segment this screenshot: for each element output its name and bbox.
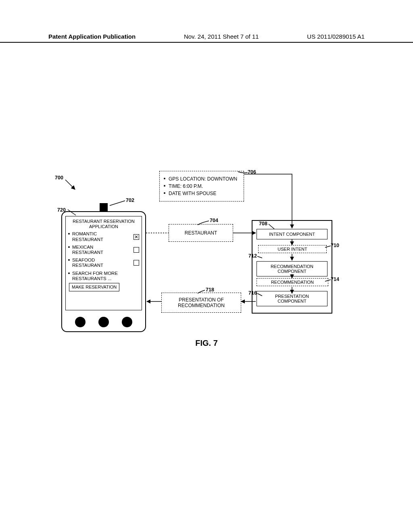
app-title-line2: APPLICATION [89,224,118,229]
pres-rec-line1: PRESENTATION OF [179,297,224,303]
header-divider [0,42,413,43]
user-intent-box: USER INTENT [258,245,327,253]
search-line2: RESTAURANTS ... [72,276,112,281]
phone-button-1[interactable] [75,317,86,327]
ref-714: 714 [331,276,339,282]
option-label: MEXICAN RESTAURANT [72,245,103,255]
ref-706: 706 [248,169,256,175]
recommendation-label: RECOMMENDATION [271,280,314,285]
bullet-icon [164,185,165,187]
header-date-sheet: Nov. 24, 2011 Sheet 7 of 11 [184,33,259,40]
ref-712: 712 [248,253,257,259]
svg-line-0 [65,180,75,189]
figure-caption: FIG. 7 [0,339,413,348]
option-label: SEAFOOD RESTAURANT [72,258,103,268]
option-seafood[interactable]: SEAFOOD RESTAURANT [68,258,139,268]
ref-704: 704 [210,218,218,223]
presentation-component: PRESENTATION COMPONENT [257,291,327,306]
search-line1: SEARCH FOR MORE [72,271,118,276]
pres-comp-line2: COMPONENT [277,299,307,303]
device-phone: RESTAURANT RESERVATION APPLICATION ROMAN… [61,211,146,332]
presentation-of-rec-box: PRESENTATION OF RECOMMENDATION [161,293,241,313]
checkbox-mexican[interactable] [133,247,139,253]
phone-speaker [100,203,108,212]
bullet-icon [68,272,70,274]
recommendation-data-box: RECOMMENDATION [257,278,328,286]
ref-718: 718 [206,287,214,293]
intent-component: INTENT COMPONENT [257,229,327,239]
bullet-icon [164,178,165,179]
app-title-line1: RESTAURANT RESERVATION [73,219,135,224]
checkbox-romantic[interactable]: ✕ [133,234,139,240]
ref-720: 720 [57,207,66,213]
rec-comp-line1: RECOMMENDATION [271,264,313,269]
option-label: ROMANTIC RESTAURANT [72,231,103,242]
bullet-icon [68,259,70,261]
option-romantic[interactable]: ROMANTIC RESTAURANT ✕ [68,231,139,242]
pres-rec-line2: RECOMMENDATION [178,303,225,308]
opt-line1: ROMANTIC [72,231,97,236]
bullet-icon [68,233,70,235]
ref-710: 710 [331,243,339,248]
ref-716: 716 [248,290,257,296]
phone-hw-buttons [62,317,145,327]
option-label: SEARCH FOR MORE RESTAURANTS ... [72,271,118,281]
ctx-gps: GPS LOCATION: DOWNTOWN [169,176,237,182]
ctx-date: DATE WITH SPOUSE [169,191,216,196]
option-search-more[interactable]: SEARCH FOR MORE RESTAURANTS ... [68,271,139,281]
ref-702: 702 [126,197,134,203]
recommendation-component: RECOMMENDATION COMPONENT [257,261,327,276]
ref-700: 700 [55,175,63,181]
header-pub-number: US 2011/0289015 A1 [307,33,365,40]
context-box: GPS LOCATION: DOWNTOWN TIME: 6:00 P.M. D… [159,171,244,202]
opt-line2: RESTAURANT [72,250,103,255]
pres-comp-line1: PRESENTATION [275,294,309,299]
phone-button-3[interactable] [122,317,132,327]
option-mexican[interactable]: MEXICAN RESTAURANT [68,245,139,255]
restaurant-label: RESTAURANT [185,230,217,236]
pipeline-box: INTENT COMPONENT RECOMMENDATION COMPONEN… [252,220,332,314]
phone-button-2[interactable] [98,317,109,327]
opt-line2: RESTAURANT [72,263,103,268]
phone-screen: RESTAURANT RESERVATION APPLICATION ROMAN… [65,216,142,310]
svg-line-1 [110,201,125,206]
make-reservation-button[interactable]: MAKE RESERVATION [69,283,119,291]
user-intent-label: USER INTENT [277,247,307,251]
page-header: Patent Application Publication Nov. 24, … [48,33,365,40]
header-publication: Patent Application Publication [48,33,136,40]
opt-line1: SEAFOOD [72,258,95,262]
rec-comp-line2: COMPONENT [277,269,307,274]
app-title: RESTAURANT RESERVATION APPLICATION [68,219,139,229]
opt-line2: RESTAURANT [72,237,103,242]
restaurant-box: RESTAURANT [169,224,233,242]
ctx-time: TIME: 6:00 P.M. [169,183,203,189]
checkbox-seafood[interactable] [133,260,139,266]
opt-line1: MEXICAN [72,245,93,249]
bullet-icon [68,246,70,248]
ref-708: 708 [259,221,267,227]
bullet-icon [164,192,165,194]
